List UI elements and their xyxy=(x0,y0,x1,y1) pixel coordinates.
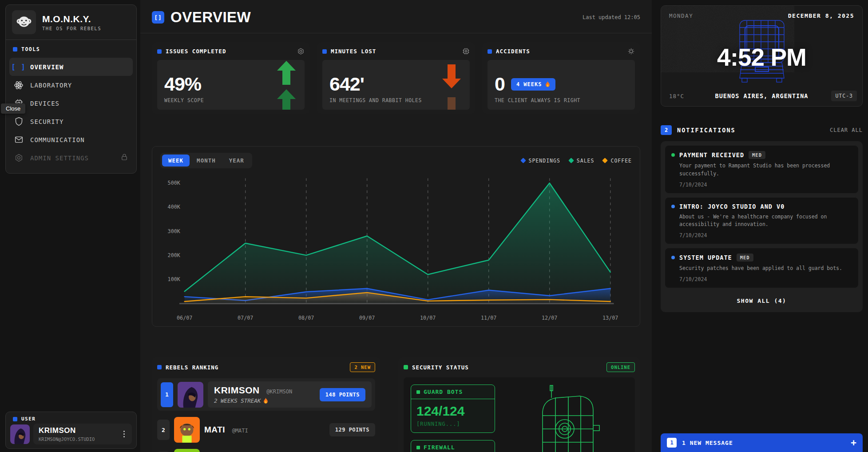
notifications-header: 2 NOTIFICATIONS CLEAR ALL xyxy=(661,125,863,135)
page-header: [] OVERVIEW Last updated 12:05 xyxy=(140,0,652,33)
stats-row: ISSUES COMPLETED 49% WEEKLY SCOPE xyxy=(152,42,640,114)
page-title: OVERVIEW xyxy=(170,9,251,26)
avatar xyxy=(174,449,200,452)
chart-legend: SPENDINGS SALES COFFEE xyxy=(521,158,632,164)
chart-range-tabs: WEEK MONTH YEAR xyxy=(160,153,252,168)
svg-text:11/07: 11/07 xyxy=(481,315,496,321)
notification-title: INTRO: JOYCO STUDIO AND V0 xyxy=(679,203,785,210)
svg-text:200K: 200K xyxy=(168,252,181,258)
priority-badge: MED xyxy=(749,151,765,159)
diamond-icon xyxy=(520,158,526,163)
ranking-row: 2 MATI @MATI 129 POINTS xyxy=(157,417,375,443)
notifications-count-badge: 2 xyxy=(661,125,672,135)
chart-controls: WEEK MONTH YEAR SPENDINGS SALES COFFEE xyxy=(158,152,634,169)
rank-name: MATI xyxy=(204,425,225,434)
mail-icon xyxy=(14,135,24,145)
section-marker xyxy=(416,390,420,394)
stat-title-row: ACCIDENTS xyxy=(488,48,635,55)
section-marker xyxy=(322,49,327,54)
legend-sales[interactable]: SALES xyxy=(569,158,595,164)
tab-year[interactable]: YEAR xyxy=(223,155,250,167)
section-marker xyxy=(157,49,162,54)
notification-description: Your payment to Rampant Studio has been … xyxy=(679,162,852,178)
message-label: 1 NEW MESSAGE xyxy=(682,440,733,446)
ranking-row: 3 REK 108 POINTS xyxy=(157,449,375,452)
user-card: KRIMSON KRIMSON@JOYCO.STUDIO xyxy=(33,424,132,444)
status-dot xyxy=(671,256,675,259)
user-row[interactable]: KRIMSON KRIMSON@JOYCO.STUDIO xyxy=(6,423,136,445)
clock-time: 4:52 PM xyxy=(661,43,862,71)
nut-icon xyxy=(14,153,24,163)
legend-coffee[interactable]: COFFEE xyxy=(603,158,632,164)
stat-card-issues: ISSUES COMPLETED 49% WEEKLY SCOPE xyxy=(152,42,310,114)
rank-handle: @MATI xyxy=(232,428,248,434)
show-all-button[interactable]: SHOW ALL (4) xyxy=(665,292,858,308)
sidebar: M.O.N.K.Y. THE OS FOR REBELS TOOLS [ ] O… xyxy=(0,0,140,452)
sidebar-item-communication[interactable]: COMMUNICATION xyxy=(9,131,133,149)
legend-spendings[interactable]: SPENDINGS xyxy=(521,158,560,164)
chip-icon[interactable] xyxy=(462,48,470,55)
notifications-panel: PAYMENT RECEIVED MED Your payment to Ram… xyxy=(661,141,863,312)
diamond-icon xyxy=(602,158,608,163)
svg-text:100K: 100K xyxy=(168,276,181,282)
nut-icon[interactable] xyxy=(297,48,305,55)
user-menu-kebab-icon[interactable] xyxy=(122,429,127,439)
sidebar-item-laboratory[interactable]: LABORATORY xyxy=(9,76,133,94)
tab-week[interactable]: WEEK xyxy=(162,155,190,167)
area-chart: 100K200K300K400K500K06/0707/0708/0709/07… xyxy=(158,172,625,325)
sidebar-item-overview[interactable]: [ ] OVERVIEW xyxy=(9,58,133,76)
status-dot xyxy=(671,153,675,157)
points-badge: 129 POINTS xyxy=(329,423,375,436)
flame-icon xyxy=(545,81,550,87)
plus-icon[interactable]: + xyxy=(851,438,856,448)
notification-date: 7/10/2024 xyxy=(679,232,852,238)
rank-streak: 2 WEEKS STREAK xyxy=(214,397,292,404)
notifications-title: NOTIFICATIONS xyxy=(677,127,736,134)
stat-body: 0 4 WEEKS THE CLIENT ALWAYS IS RIGHT xyxy=(488,60,635,110)
user-name: KRIMSON xyxy=(39,426,95,435)
security-panel: GUARD BOTS 124/124 [RUNNING...] FIREWALL xyxy=(404,377,635,452)
notification-item[interactable]: INTRO: JOYCO STUDIO AND V0 About us - We… xyxy=(665,198,858,244)
svg-text:300K: 300K xyxy=(168,228,181,234)
guard-bots-state: [RUNNING...] xyxy=(416,421,489,427)
monkey-icon xyxy=(12,10,36,34)
message-count-badge: 1 xyxy=(667,438,677,448)
chart-card: WEEK MONTH YEAR SPENDINGS SALES COFFEE xyxy=(152,146,640,327)
priority-badge: MED xyxy=(737,254,753,262)
stat-body: 642' IN MEETINGS AND RABBIT HOLES xyxy=(322,60,470,110)
section-marker xyxy=(13,417,17,421)
notification-date: 7/10/2024 xyxy=(679,182,852,188)
stat-card-accidents: ACCIDENTS 0 4 WEEKS THE CLIENT ALWAYS IS… xyxy=(482,42,640,114)
sidebar-user-panel: USER KRIMSON KRIMSON@JOYCO.STUDIO xyxy=(5,412,137,449)
clear-all-button[interactable]: CLEAR ALL xyxy=(830,127,863,133)
sidebar-item-devices[interactable]: DEVICES xyxy=(9,94,133,112)
avatar xyxy=(174,417,200,443)
svg-text:13/07: 13/07 xyxy=(602,315,618,321)
section-marker xyxy=(404,365,408,369)
rank-handle: @KRIMSON xyxy=(266,389,292,395)
rebels-ranking-card: REBELS RANKING 2 NEW 1 KRIMSON @KRIMSON xyxy=(152,357,380,452)
timezone-badge: UTC-3 xyxy=(831,91,857,101)
security-metrics: GUARD BOTS 124/124 [RUNNING...] FIREWALL xyxy=(411,385,495,452)
card-title-row: REBELS RANKING 2 NEW xyxy=(157,362,375,372)
notification-item[interactable]: SYSTEM UPDATE MED Security patches have … xyxy=(665,248,858,288)
stat-subtitle: THE CLIENT ALWAYS IS RIGHT xyxy=(495,97,628,103)
new-message-bar[interactable]: 1 1 NEW MESSAGE + xyxy=(661,433,863,452)
online-badge: ONLINE xyxy=(606,362,635,372)
tools-section-label: TOOLS xyxy=(6,40,136,56)
rank-info: MATI @MATI 129 POINTS xyxy=(204,423,375,436)
svg-text:10/07: 10/07 xyxy=(420,315,436,321)
clock-day: MONDAY xyxy=(669,12,693,19)
atom-icon xyxy=(14,80,24,90)
sidebar-item-security[interactable]: SECURITY xyxy=(9,112,133,131)
tab-month[interactable]: MONTH xyxy=(190,155,222,167)
diamond-icon xyxy=(568,158,574,163)
right-panel: MONDAY DECEMBER 8, 2025 4:52 PM 18°C BUE… xyxy=(661,0,863,452)
notification-item[interactable]: PAYMENT RECEIVED MED Your payment to Ram… xyxy=(665,146,858,193)
app-title: M.O.N.K.Y. xyxy=(42,14,101,24)
new-badge: 2 NEW xyxy=(350,362,375,372)
avatar xyxy=(10,424,30,444)
app-logo: M.O.N.K.Y. THE OS FOR REBELS xyxy=(6,5,136,40)
section-marker xyxy=(416,446,420,449)
gear-icon[interactable] xyxy=(627,48,635,55)
